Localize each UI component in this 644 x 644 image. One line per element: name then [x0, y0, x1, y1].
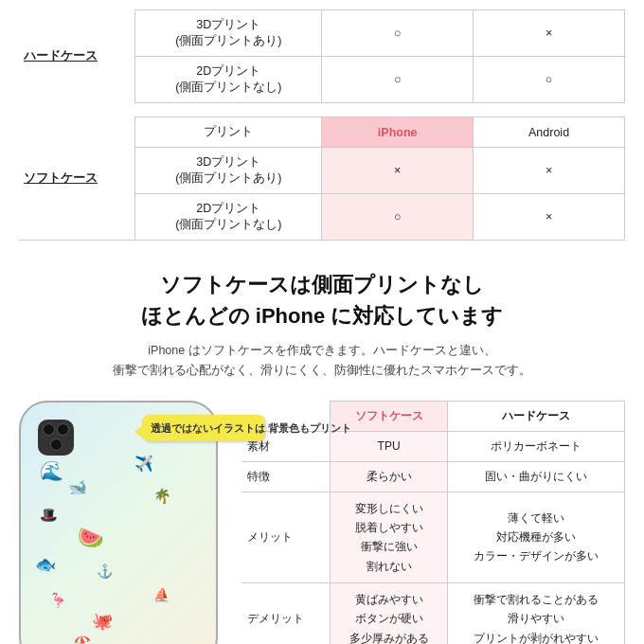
sticker-sailboat: ⛵ [153, 587, 170, 602]
demerit-hard-val: 衝撃で割れることがある滑りやすいプリントが剥がれやすい [448, 583, 625, 644]
headline-description: iPhone はソフトケースを作成できます。ハードケースと違い、 衝撃で割れる心… [19, 341, 625, 382]
specs-table: ソフトケース ハードケース 素材 TPU ポリカーボネート 特徴 柔らかい 固い… [242, 401, 625, 645]
soft-3d-print-label: 3Dプリント(側面プリントあり) [175, 155, 281, 185]
soft-2d-iphone-val: ○ [394, 210, 402, 224]
merit-label: メリット [242, 492, 330, 583]
headline-line1: ソフトケースは側面プリントなし [160, 273, 484, 296]
sticker-fish: 🐟 [35, 554, 56, 575]
feature-hard-val: 固い・曲がりにくい [448, 461, 625, 492]
hard-col-header: ハードケース [448, 401, 625, 431]
headline-text: ソフトケースは側面プリントなし ほとんどの iPhone に対応しています [19, 269, 625, 331]
sticker-octopus: 🐙 [92, 611, 113, 632]
table-row: ハードケース 3Dプリント(側面プリントあり) ○ × [19, 10, 625, 57]
soft-2d-print-label: 2Dプリント(側面プリントなし) [175, 202, 281, 231]
material-hard-val: ポリカーボネート [448, 431, 625, 461]
feature-soft-val: 柔らかい [330, 461, 448, 492]
soft-3d-android-val: × [546, 164, 552, 177]
android-col-header: Android [528, 126, 569, 139]
hard-3d-print-label: 3Dプリント(側面プリントあり) [175, 18, 281, 47]
sticker-hat: 🎩 [40, 507, 58, 524]
specs-table-wrapper: ソフトケース ハードケース 素材 TPU ポリカーボネート 特徴 柔らかい 固い… [242, 401, 625, 645]
specs-row-material: 素材 TPU ポリカーボネート [242, 431, 625, 461]
sticker-beach: 🏖️ [73, 635, 92, 645]
material-soft-val: TPU [330, 431, 448, 461]
specs-row-demerit: デメリット 黄ばみやすいボタンが硬い多少厚みがある 衝撃で割れることがある滑りや… [242, 583, 625, 644]
hard-3d-iphone-val: ○ [394, 27, 402, 40]
sticker-palmtree: 🌴 [153, 488, 171, 505]
demerit-label: デメリット [242, 583, 330, 644]
hard-2d-print-label: 2Dプリント(側面プリントなし) [175, 64, 281, 94]
cam-lens-1 [43, 423, 55, 436]
soft-case-label: ソフトケース [24, 171, 98, 185]
top-table-section: ハードケース 3Dプリント(側面プリントあり) ○ × 2Dプリント(側面プリン… [0, 0, 644, 250]
bottom-section: 透過ではないイラストは 背景色もプリント 🌊 🐋 🎩 🍉 🐟 ⚓ 🦩 🐙 ⛵ ✈… [0, 391, 644, 645]
cam-lens-3 [50, 438, 63, 451]
headline-section: ソフトケースは側面プリントなし ほとんどの iPhone に対応しています iP… [0, 250, 644, 391]
feature-label: 特徴 [242, 461, 330, 492]
sticker-whale: 🐋 [68, 478, 87, 496]
phone-container: 透過ではないイラストは 背景色もプリント 🌊 🐋 🎩 🍉 🐟 ⚓ 🦩 🐙 ⛵ ✈… [19, 401, 227, 645]
sticker-anchor: ⚓ [97, 564, 113, 579]
spacer-row [19, 103, 625, 117]
sticker-watermelon: 🍉 [78, 526, 103, 550]
iphone-col-header: iPhone [378, 126, 418, 139]
soft-3d-iphone-val: × [394, 164, 401, 177]
sticker-flamingo: 🦩 [49, 592, 67, 609]
camera-bump [38, 420, 74, 456]
hard-case-table: ハードケース 3Dプリント(側面プリントあり) ○ × 2Dプリント(側面プリン… [19, 9, 625, 241]
cam-lens-2 [57, 423, 69, 436]
tooltip-text: 透過ではないイラストは 背景色もプリント [151, 422, 351, 434]
hard-2d-iphone-val: ○ [394, 73, 402, 86]
sticker-plane: ✈️ [134, 455, 153, 473]
hard-3d-android-val: × [546, 27, 552, 40]
headline-line2: ほとんどの iPhone に対応しています [141, 304, 504, 328]
specs-row-merit: メリット 変形しにくい脱着しやすい衝撃に強い割れない 薄くて軽い対応機種が多いカ… [242, 492, 625, 583]
print-col-header: プリント [204, 125, 253, 138]
hard-case-label: ハードケース [24, 49, 98, 63]
specs-row-feature: 特徴 柔らかい 固い・曲がりにくい [242, 461, 625, 492]
merit-soft-val: 変形しにくい脱着しやすい衝撃に強い割れない [330, 492, 448, 583]
tooltip-bubble: 透過ではないイラストは 背景色もプリント [142, 415, 265, 442]
soft-header-row: ソフトケース プリント iPhone Android [19, 117, 625, 148]
merit-hard-val: 薄くて軽い対応機種が多いカラー・デザインが多い [448, 492, 625, 583]
hard-2d-android-val: ○ [546, 73, 553, 86]
soft-2d-android-val: × [546, 210, 552, 224]
sticker-wave: 🌊 [40, 459, 63, 482]
demerit-soft-val: 黄ばみやすいボタンが硬い多少厚みがある [330, 583, 448, 644]
